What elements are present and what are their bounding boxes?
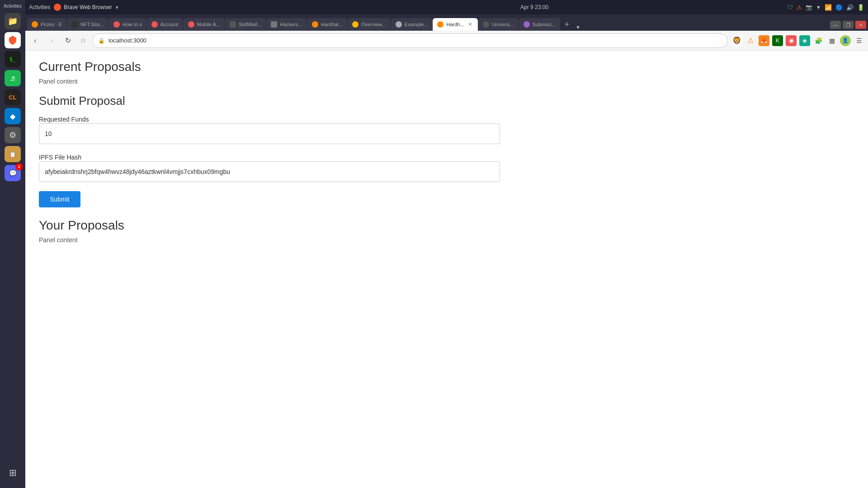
forward-button[interactable]: ›	[45, 34, 58, 47]
tab-favicon-skillwall	[230, 21, 236, 28]
tab-favicon-account	[151, 21, 158, 28]
spotify-icon[interactable]: ♬	[5, 70, 21, 86]
vscode-icon[interactable]: ◆	[5, 108, 21, 124]
page-content: Current Proposals Panel content Submit P…	[25, 51, 868, 488]
extensions-btn[interactable]: 🧩	[813, 35, 824, 46]
tab-favicon-prizes	[32, 21, 38, 28]
address-bar[interactable]: 🔒 localhost:3000	[92, 33, 728, 48]
back-button[interactable]: ‹	[29, 34, 42, 47]
title-bar: Activities Brave Web Browser ▼ Apr 9 23:…	[25, 0, 868, 14]
taskbar: Activities 📁 $_ ♬ CL ◆ ⚙ 📋 💬 4 ⊞	[0, 0, 25, 488]
tab-favicon-nft	[71, 21, 78, 28]
tab-overview[interactable]: Overview...	[348, 18, 390, 31]
tab-favicon-hackers	[271, 21, 277, 28]
tab-label-example: Example...	[405, 22, 428, 27]
nav-bar: ‹ › ↻ ☆ 🔒 localhost:3000 🦁 ⚠ 🦊 K ◉ ◈ 🧩 ▦…	[25, 31, 868, 51]
browser-title-text: Brave Web Browser	[64, 4, 112, 10]
tab-close-button[interactable]: ✕	[467, 21, 473, 28]
tab-label-account: Account	[160, 22, 179, 27]
tab-hackers[interactable]: Hackers...	[266, 18, 307, 31]
tab-label-howto: How to s	[123, 22, 142, 27]
your-proposals-panel: Panel content	[39, 236, 854, 244]
tab-university[interactable]: Universi...	[478, 18, 519, 31]
terminal-icon[interactable]: $_	[5, 51, 21, 67]
brave-taskbar-icon[interactable]	[5, 32, 21, 48]
hamburger-menu[interactable]: ☰	[854, 35, 864, 46]
tab-favicon-submission	[524, 21, 530, 28]
tab-howto[interactable]: How to s	[109, 18, 146, 31]
tab-nft[interactable]: NFT.Stor...	[67, 18, 108, 31]
minimize-button[interactable]: —	[830, 21, 841, 29]
datetime-display: Apr 9 23:00	[282, 4, 787, 10]
tab-favicon-hardhat1	[312, 21, 318, 28]
brave-avatar[interactable]: 👤	[840, 35, 851, 46]
brave-shield-icon[interactable]: 🦁	[731, 35, 742, 46]
tab-favicon-mobile	[188, 21, 194, 28]
system-tray: 🛡 ⚠ 📷 ▼ 📶 🔵 🔊 🔋	[787, 4, 864, 11]
metamask-icon[interactable]: 🦊	[759, 35, 769, 46]
tab-overflow-button[interactable]: ▾	[575, 23, 581, 31]
tab-hardhat1[interactable]: Hardhat...	[307, 18, 347, 31]
tab-favicon-howto	[113, 21, 120, 28]
activities-button[interactable]: Activities	[29, 4, 50, 10]
tab-label-submission: Submiss...	[533, 22, 556, 27]
discord-icon[interactable]: 💬 4	[5, 165, 21, 181]
sidebar-toggle[interactable]: ▦	[826, 35, 837, 46]
browser-title-area: Brave Web Browser ▼	[54, 4, 119, 11]
activities-label[interactable]: Activities	[4, 4, 21, 9]
tab-label-hardhat1: Hardhat...	[321, 22, 343, 27]
your-proposals-title: Your Proposals	[39, 218, 854, 233]
requested-funds-input[interactable]	[39, 123, 500, 144]
tab-label-hardhat-active: Hardh...	[446, 22, 464, 27]
window-controls: — ❐ ✕	[830, 21, 866, 31]
maximize-button[interactable]: ❐	[843, 21, 854, 29]
tab-example[interactable]: Example...	[391, 18, 433, 31]
tab-bar: Prizes · E NFT.Stor... How to s Account …	[25, 14, 868, 31]
clion-icon[interactable]: CL	[5, 89, 21, 105]
extensions-area: 🦁 ⚠ 🦊 K ◉ ◈ 🧩 ▦ 👤 ☰	[731, 35, 864, 46]
submit-button[interactable]: Submit	[39, 191, 80, 207]
tab-prizes[interactable]: Prizes · E	[27, 18, 66, 31]
tab-skillwall[interactable]: SkillWall...	[225, 18, 266, 31]
tab-submission[interactable]: Submiss...	[519, 18, 560, 31]
brave-logo	[54, 4, 61, 11]
papers-icon[interactable]: 📋	[5, 146, 21, 162]
tab-label-overview: Overview...	[361, 22, 386, 27]
wifi-icon: 📶	[825, 4, 832, 11]
volume-icon: 🔊	[846, 4, 854, 11]
keepass-icon[interactable]: K	[772, 35, 783, 46]
bookmark-button[interactable]: ☆	[78, 35, 89, 46]
tab-favicon-hardhat-active	[437, 21, 443, 28]
ipfs-file-hash-input[interactable]	[39, 161, 500, 182]
requested-funds-label: Requested Funds	[39, 116, 89, 123]
settings-icon[interactable]: ⚙	[5, 127, 21, 143]
ipfs-file-hash-label: IPFS File Hash	[39, 154, 81, 161]
wifi-expand-icon: ▼	[816, 5, 821, 10]
bluetooth-icon: 🔵	[835, 4, 843, 11]
screen-record-icon: 📷	[806, 4, 812, 10]
tab-account[interactable]: Account	[147, 18, 183, 31]
dropdown-arrow[interactable]: ▼	[115, 5, 119, 10]
reload-button[interactable]: ↻	[61, 34, 74, 47]
tab-hardhat-active[interactable]: Hardh... ✕	[433, 18, 477, 31]
current-proposals-panel: Panel content	[39, 78, 854, 85]
brave-rewards-icon[interactable]: ⚠	[745, 35, 756, 46]
ext4-icon[interactable]: ◈	[799, 35, 810, 46]
tab-label-skillwall: SkillWall...	[239, 22, 261, 27]
tab-favicon-example	[396, 21, 402, 28]
address-text: localhost:3000	[108, 37, 722, 44]
tab-label-mobile: Mobile A...	[197, 22, 220, 27]
ext3-icon[interactable]: ◉	[786, 35, 797, 46]
tab-favicon-university	[483, 21, 489, 28]
tab-mobile[interactable]: Mobile A...	[184, 18, 225, 31]
lock-icon: 🔒	[98, 38, 105, 44]
new-tab-button[interactable]: +	[561, 18, 573, 31]
files-icon[interactable]: 📁	[5, 13, 21, 29]
tab-label-university: Universi...	[492, 22, 514, 27]
tab-label-hackers: Hackers...	[280, 22, 302, 27]
battery-icon: 🔋	[857, 4, 864, 11]
brave-sys-icon: ⚠	[797, 4, 802, 11]
app-grid-icon[interactable]: ⊞	[5, 465, 21, 481]
close-button[interactable]: ✕	[855, 21, 866, 29]
discord-badge: 4	[15, 163, 23, 170]
